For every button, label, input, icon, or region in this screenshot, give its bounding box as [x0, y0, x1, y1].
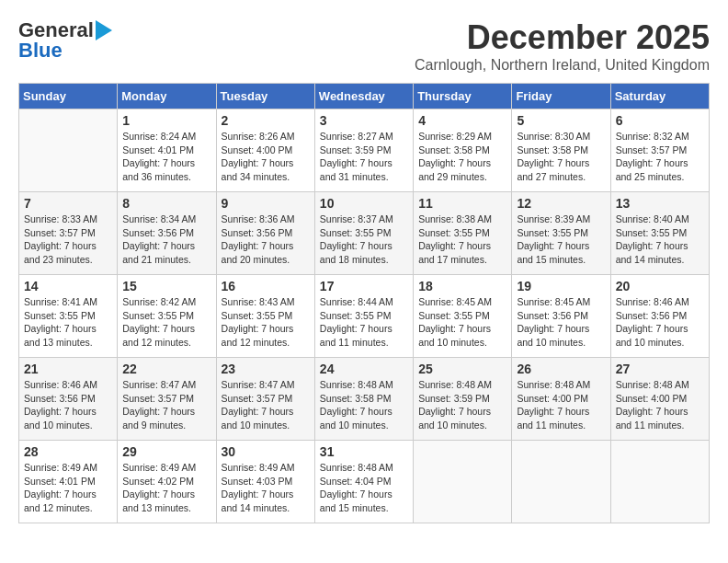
day-info: Sunrise: 8:34 AMSunset: 3:56 PMDaylight:…	[122, 213, 210, 267]
day-cell: 1Sunrise: 8:24 AMSunset: 4:01 PMDaylight…	[118, 109, 216, 192]
day-info: Sunrise: 8:27 AMSunset: 3:59 PMDaylight:…	[320, 130, 408, 184]
day-number: 3	[320, 113, 408, 128]
day-cell: 14Sunrise: 8:41 AMSunset: 3:55 PMDayligh…	[19, 275, 118, 358]
day-info: Sunrise: 8:46 AMSunset: 3:56 PMDaylight:…	[24, 378, 112, 432]
day-number: 25	[418, 362, 506, 376]
day-cell: 4Sunrise: 8:29 AMSunset: 3:58 PMDaylight…	[414, 109, 512, 192]
day-info: Sunrise: 8:48 AMSunset: 4:00 PMDaylight:…	[517, 378, 605, 432]
day-number: 13	[616, 196, 704, 211]
day-cell: 18Sunrise: 8:45 AMSunset: 3:55 PMDayligh…	[414, 275, 512, 358]
day-cell: 3Sunrise: 8:27 AMSunset: 3:59 PMDaylight…	[314, 109, 413, 192]
day-info: Sunrise: 8:46 AMSunset: 3:56 PMDaylight:…	[616, 295, 704, 350]
day-cell	[414, 441, 512, 523]
title-area: December 2025 Carnlough, Northern Irelan…	[415, 18, 710, 74]
day-number: 22	[122, 362, 210, 376]
month-title: December 2025	[415, 18, 710, 57]
day-number: 21	[24, 362, 112, 376]
header-sunday: Sunday	[19, 84, 118, 109]
day-number: 5	[517, 113, 605, 128]
day-cell: 10Sunrise: 8:37 AMSunset: 3:55 PMDayligh…	[314, 192, 413, 275]
day-number: 8	[122, 196, 210, 211]
day-info: Sunrise: 8:49 AMSunset: 4:01 PMDaylight:…	[24, 461, 112, 515]
week-row-1: 1Sunrise: 8:24 AMSunset: 4:01 PMDaylight…	[19, 109, 710, 192]
day-info: Sunrise: 8:37 AMSunset: 3:55 PMDaylight:…	[320, 213, 408, 267]
header-monday: Monday	[118, 84, 216, 109]
week-row-3: 14Sunrise: 8:41 AMSunset: 3:55 PMDayligh…	[19, 275, 710, 358]
day-cell: 28Sunrise: 8:49 AMSunset: 4:01 PMDayligh…	[19, 441, 118, 523]
day-info: Sunrise: 8:44 AMSunset: 3:55 PMDaylight:…	[320, 295, 408, 350]
day-cell: 9Sunrise: 8:36 AMSunset: 3:56 PMDaylight…	[216, 192, 314, 275]
day-number: 12	[517, 196, 605, 211]
day-cell: 7Sunrise: 8:33 AMSunset: 3:57 PMDaylight…	[19, 192, 118, 275]
week-row-5: 28Sunrise: 8:49 AMSunset: 4:01 PMDayligh…	[19, 441, 710, 523]
day-number: 1	[122, 113, 210, 128]
day-info: Sunrise: 8:48 AMSunset: 3:58 PMDaylight:…	[320, 378, 408, 432]
day-info: Sunrise: 8:40 AMSunset: 3:55 PMDaylight:…	[616, 213, 704, 267]
day-cell: 16Sunrise: 8:43 AMSunset: 3:55 PMDayligh…	[216, 275, 314, 358]
day-cell: 21Sunrise: 8:46 AMSunset: 3:56 PMDayligh…	[19, 358, 118, 441]
day-number: 30	[222, 444, 310, 459]
day-cell: 27Sunrise: 8:48 AMSunset: 4:00 PMDayligh…	[610, 358, 709, 441]
day-cell	[512, 441, 610, 523]
day-info: Sunrise: 8:29 AMSunset: 3:58 PMDaylight:…	[418, 130, 506, 184]
day-cell: 20Sunrise: 8:46 AMSunset: 3:56 PMDayligh…	[610, 275, 709, 358]
day-info: Sunrise: 8:26 AMSunset: 4:00 PMDaylight:…	[222, 130, 310, 184]
day-info: Sunrise: 8:45 AMSunset: 3:56 PMDaylight:…	[517, 295, 605, 350]
day-number: 16	[222, 279, 310, 293]
day-cell: 8Sunrise: 8:34 AMSunset: 3:56 PMDaylight…	[118, 192, 216, 275]
day-info: Sunrise: 8:42 AMSunset: 3:55 PMDaylight:…	[122, 295, 210, 350]
page-header: General Blue December 2025 Carnlough, No…	[18, 18, 710, 74]
day-cell	[19, 109, 118, 192]
day-number: 10	[320, 196, 408, 211]
day-number: 11	[418, 196, 506, 211]
header-wednesday: Wednesday	[314, 84, 413, 109]
day-info: Sunrise: 8:41 AMSunset: 3:55 PMDaylight:…	[24, 295, 112, 350]
day-cell: 23Sunrise: 8:47 AMSunset: 3:57 PMDayligh…	[216, 358, 314, 441]
location-title: Carnlough, Northern Ireland, United King…	[415, 57, 710, 74]
logo-arrow-icon	[96, 20, 123, 40]
day-number: 31	[320, 444, 408, 459]
header-saturday: Saturday	[610, 84, 709, 109]
day-cell: 24Sunrise: 8:48 AMSunset: 3:58 PMDayligh…	[314, 358, 413, 441]
day-info: Sunrise: 8:48 AMSunset: 4:04 PMDaylight:…	[320, 461, 408, 515]
day-number: 23	[222, 362, 310, 376]
day-cell: 26Sunrise: 8:48 AMSunset: 4:00 PMDayligh…	[512, 358, 610, 441]
header-tuesday: Tuesday	[216, 84, 314, 109]
logo-text-blue: Blue	[18, 39, 63, 63]
header-friday: Friday	[512, 84, 610, 109]
day-number: 19	[517, 279, 605, 293]
day-cell: 13Sunrise: 8:40 AMSunset: 3:55 PMDayligh…	[610, 192, 709, 275]
day-info: Sunrise: 8:47 AMSunset: 3:57 PMDaylight:…	[122, 378, 210, 432]
day-cell: 12Sunrise: 8:39 AMSunset: 3:55 PMDayligh…	[512, 192, 610, 275]
day-cell: 19Sunrise: 8:45 AMSunset: 3:56 PMDayligh…	[512, 275, 610, 358]
day-cell	[610, 441, 709, 523]
day-number: 20	[616, 279, 704, 293]
day-info: Sunrise: 8:36 AMSunset: 3:56 PMDaylight:…	[222, 213, 310, 267]
day-number: 15	[122, 279, 210, 293]
week-row-2: 7Sunrise: 8:33 AMSunset: 3:57 PMDaylight…	[19, 192, 710, 275]
day-cell: 29Sunrise: 8:49 AMSunset: 4:02 PMDayligh…	[118, 441, 216, 523]
day-number: 29	[122, 444, 210, 459]
day-cell: 5Sunrise: 8:30 AMSunset: 3:58 PMDaylight…	[512, 109, 610, 192]
day-number: 14	[24, 279, 112, 293]
day-cell: 30Sunrise: 8:49 AMSunset: 4:03 PMDayligh…	[216, 441, 314, 523]
day-info: Sunrise: 8:30 AMSunset: 3:58 PMDaylight:…	[517, 130, 605, 184]
logo: General Blue	[18, 18, 123, 63]
day-cell: 22Sunrise: 8:47 AMSunset: 3:57 PMDayligh…	[118, 358, 216, 441]
day-info: Sunrise: 8:47 AMSunset: 3:57 PMDaylight:…	[222, 378, 310, 432]
week-row-4: 21Sunrise: 8:46 AMSunset: 3:56 PMDayligh…	[19, 358, 710, 441]
day-number: 9	[222, 196, 310, 211]
day-number: 28	[24, 444, 112, 459]
calendar-table: Sunday Monday Tuesday Wednesday Thursday…	[18, 83, 710, 523]
day-info: Sunrise: 8:48 AMSunset: 3:59 PMDaylight:…	[418, 378, 506, 432]
header-thursday: Thursday	[414, 84, 512, 109]
day-info: Sunrise: 8:38 AMSunset: 3:55 PMDaylight:…	[418, 213, 506, 267]
day-cell: 2Sunrise: 8:26 AMSunset: 4:00 PMDaylight…	[216, 109, 314, 192]
day-number: 7	[24, 196, 112, 211]
day-number: 24	[320, 362, 408, 376]
day-number: 2	[222, 113, 310, 128]
day-info: Sunrise: 8:49 AMSunset: 4:02 PMDaylight:…	[122, 461, 210, 515]
svg-marker-0	[96, 20, 112, 40]
day-cell: 15Sunrise: 8:42 AMSunset: 3:55 PMDayligh…	[118, 275, 216, 358]
day-cell: 17Sunrise: 8:44 AMSunset: 3:55 PMDayligh…	[314, 275, 413, 358]
